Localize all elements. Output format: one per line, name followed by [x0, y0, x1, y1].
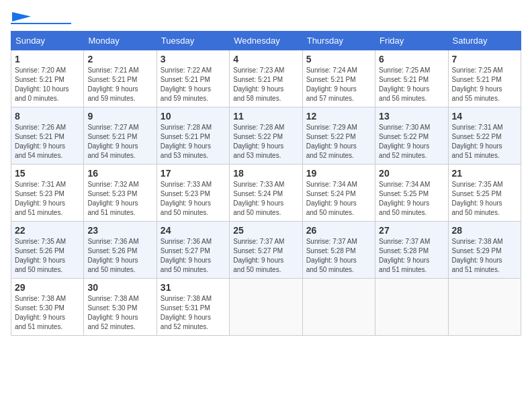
day-number: 23	[87, 225, 152, 236]
weekday-header-monday: Monday	[84, 32, 157, 50]
day-number: 25	[233, 225, 298, 236]
day-number: 29	[15, 282, 80, 293]
weekday-header-friday: Friday	[375, 32, 448, 50]
day-number: 26	[306, 225, 371, 236]
calendar-cell: 26Sunrise: 7:37 AM Sunset: 5:28 PM Dayli…	[302, 222, 375, 279]
day-number: 3	[161, 54, 226, 64]
calendar-cell	[302, 279, 375, 336]
day-info: Sunrise: 7:33 AM Sunset: 5:23 PM Dayligh…	[161, 180, 226, 218]
day-info: Sunrise: 7:31 AM Sunset: 5:23 PM Dayligh…	[15, 180, 80, 218]
calendar-cell	[230, 279, 302, 336]
day-number: 6	[379, 54, 444, 64]
calendar-cell: 6Sunrise: 7:25 AM Sunset: 5:21 PM Daylig…	[375, 50, 448, 107]
calendar-cell: 22Sunrise: 7:35 AM Sunset: 5:26 PM Dayli…	[11, 222, 84, 279]
weekday-header-wednesday: Wednesday	[230, 32, 302, 50]
calendar-cell: 4Sunrise: 7:23 AM Sunset: 5:21 PM Daylig…	[230, 50, 302, 107]
day-info: Sunrise: 7:35 AM Sunset: 5:26 PM Dayligh…	[15, 237, 80, 275]
svg-marker-0	[12, 12, 31, 21]
weekday-header-saturday: Saturday	[448, 32, 521, 50]
calendar-cell: 20Sunrise: 7:34 AM Sunset: 5:25 PM Dayli…	[375, 165, 448, 222]
calendar-cell: 25Sunrise: 7:37 AM Sunset: 5:27 PM Dayli…	[230, 222, 302, 279]
calendar-cell: 19Sunrise: 7:34 AM Sunset: 5:24 PM Dayli…	[302, 165, 375, 222]
day-number: 10	[161, 111, 226, 122]
day-info: Sunrise: 7:35 AM Sunset: 5:25 PM Dayligh…	[452, 180, 517, 218]
day-number: 20	[379, 168, 444, 179]
calendar-cell: 28Sunrise: 7:38 AM Sunset: 5:29 PM Dayli…	[448, 222, 521, 279]
calendar-cell: 8Sunrise: 7:26 AM Sunset: 5:21 PM Daylig…	[11, 107, 84, 165]
day-info: Sunrise: 7:34 AM Sunset: 5:25 PM Dayligh…	[379, 180, 444, 218]
day-number: 12	[306, 111, 371, 122]
day-info: Sunrise: 7:31 AM Sunset: 5:22 PM Dayligh…	[452, 123, 517, 161]
calendar-cell: 21Sunrise: 7:35 AM Sunset: 5:25 PM Dayli…	[448, 165, 521, 222]
day-info: Sunrise: 7:33 AM Sunset: 5:24 PM Dayligh…	[233, 180, 298, 218]
day-number: 30	[87, 282, 152, 293]
calendar-table: SundayMondayTuesdayWednesdayThursdayFrid…	[11, 31, 521, 336]
day-number: 2	[87, 54, 152, 64]
day-number: 21	[452, 168, 517, 179]
day-info: Sunrise: 7:38 AM Sunset: 5:30 PM Dayligh…	[15, 294, 80, 332]
day-number: 19	[306, 168, 371, 179]
day-info: Sunrise: 7:32 AM Sunset: 5:23 PM Dayligh…	[87, 180, 152, 218]
calendar-cell: 12Sunrise: 7:29 AM Sunset: 5:22 PM Dayli…	[302, 107, 375, 165]
calendar-cell: 14Sunrise: 7:31 AM Sunset: 5:22 PM Dayli…	[448, 107, 521, 165]
day-number: 16	[87, 168, 152, 179]
day-info: Sunrise: 7:25 AM Sunset: 5:21 PM Dayligh…	[379, 66, 444, 103]
calendar-cell	[448, 279, 521, 336]
calendar-cell: 29Sunrise: 7:38 AM Sunset: 5:30 PM Dayli…	[11, 279, 84, 336]
day-number: 14	[452, 111, 517, 122]
calendar-cell: 5Sunrise: 7:24 AM Sunset: 5:21 PM Daylig…	[302, 50, 375, 107]
day-number: 1	[15, 54, 80, 64]
day-info: Sunrise: 7:28 AM Sunset: 5:22 PM Dayligh…	[233, 123, 298, 161]
calendar-cell: 27Sunrise: 7:37 AM Sunset: 5:28 PM Dayli…	[375, 222, 448, 279]
calendar-cell: 30Sunrise: 7:38 AM Sunset: 5:30 PM Dayli…	[84, 279, 157, 336]
day-info: Sunrise: 7:38 AM Sunset: 5:31 PM Dayligh…	[161, 294, 226, 332]
day-info: Sunrise: 7:37 AM Sunset: 5:28 PM Dayligh…	[379, 237, 444, 275]
day-number: 28	[452, 225, 517, 236]
day-info: Sunrise: 7:26 AM Sunset: 5:21 PM Dayligh…	[15, 123, 80, 161]
calendar-cell: 23Sunrise: 7:36 AM Sunset: 5:26 PM Dayli…	[84, 222, 157, 279]
day-number: 15	[15, 168, 80, 179]
day-info: Sunrise: 7:37 AM Sunset: 5:27 PM Dayligh…	[233, 237, 298, 275]
day-number: 27	[379, 225, 444, 236]
calendar-cell: 15Sunrise: 7:31 AM Sunset: 5:23 PM Dayli…	[11, 165, 84, 222]
calendar-cell: 1Sunrise: 7:20 AM Sunset: 5:21 PM Daylig…	[11, 50, 84, 107]
day-info: Sunrise: 7:34 AM Sunset: 5:24 PM Dayligh…	[306, 180, 371, 218]
day-info: Sunrise: 7:29 AM Sunset: 5:22 PM Dayligh…	[306, 123, 371, 161]
calendar-cell: 16Sunrise: 7:32 AM Sunset: 5:23 PM Dayli…	[84, 165, 157, 222]
day-number: 17	[161, 168, 226, 179]
calendar-cell: 3Sunrise: 7:22 AM Sunset: 5:21 PM Daylig…	[157, 50, 229, 107]
calendar-cell: 11Sunrise: 7:28 AM Sunset: 5:22 PM Dayli…	[230, 107, 302, 165]
day-number: 9	[87, 111, 152, 122]
day-number: 5	[306, 54, 371, 64]
day-number: 11	[233, 111, 298, 122]
logo-icon	[12, 12, 31, 21]
day-number: 7	[452, 54, 517, 64]
weekday-header-sunday: Sunday	[11, 32, 84, 50]
calendar-cell: 13Sunrise: 7:30 AM Sunset: 5:22 PM Dayli…	[375, 107, 448, 165]
calendar-cell: 9Sunrise: 7:27 AM Sunset: 5:21 PM Daylig…	[84, 107, 157, 165]
day-number: 24	[161, 225, 226, 236]
calendar-cell: 10Sunrise: 7:28 AM Sunset: 5:21 PM Dayli…	[157, 107, 229, 165]
calendar-cell: 24Sunrise: 7:36 AM Sunset: 5:27 PM Dayli…	[157, 222, 229, 279]
day-number: 8	[15, 111, 80, 122]
day-number: 4	[233, 54, 298, 64]
day-info: Sunrise: 7:38 AM Sunset: 5:30 PM Dayligh…	[87, 294, 152, 332]
calendar-cell: 31Sunrise: 7:38 AM Sunset: 5:31 PM Dayli…	[157, 279, 229, 336]
day-info: Sunrise: 7:38 AM Sunset: 5:29 PM Dayligh…	[452, 237, 517, 275]
day-info: Sunrise: 7:36 AM Sunset: 5:27 PM Dayligh…	[161, 237, 226, 275]
day-info: Sunrise: 7:23 AM Sunset: 5:21 PM Dayligh…	[233, 66, 298, 103]
day-info: Sunrise: 7:27 AM Sunset: 5:21 PM Dayligh…	[87, 123, 152, 161]
day-info: Sunrise: 7:28 AM Sunset: 5:21 PM Dayligh…	[161, 123, 226, 161]
day-info: Sunrise: 7:24 AM Sunset: 5:21 PM Dayligh…	[306, 66, 371, 103]
logo	[11, 11, 71, 24]
calendar-cell: 2Sunrise: 7:21 AM Sunset: 5:21 PM Daylig…	[84, 50, 157, 107]
calendar-cell: 18Sunrise: 7:33 AM Sunset: 5:24 PM Dayli…	[230, 165, 302, 222]
day-info: Sunrise: 7:30 AM Sunset: 5:22 PM Dayligh…	[379, 123, 444, 161]
page-header	[11, 11, 521, 24]
day-info: Sunrise: 7:25 AM Sunset: 5:21 PM Dayligh…	[452, 66, 517, 103]
day-number: 22	[15, 225, 80, 236]
weekday-header-thursday: Thursday	[302, 32, 375, 50]
day-info: Sunrise: 7:36 AM Sunset: 5:26 PM Dayligh…	[87, 237, 152, 275]
calendar-cell: 17Sunrise: 7:33 AM Sunset: 5:23 PM Dayli…	[157, 165, 229, 222]
weekday-header-tuesday: Tuesday	[157, 32, 229, 50]
